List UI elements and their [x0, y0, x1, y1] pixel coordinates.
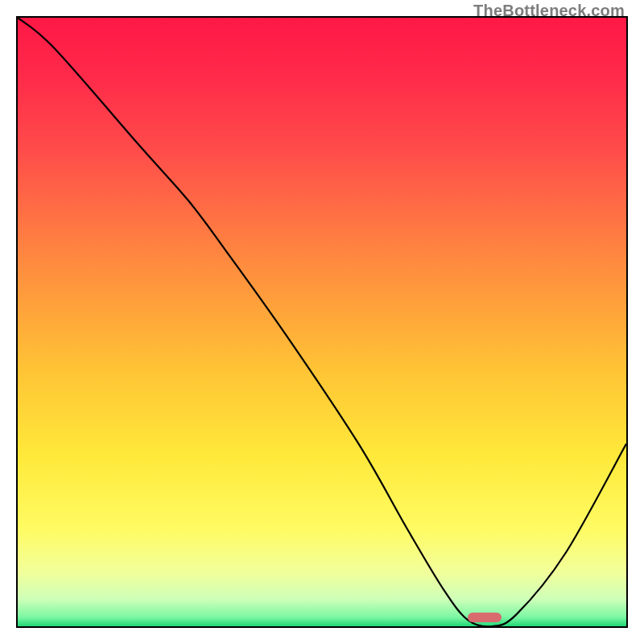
curve-path — [18, 18, 626, 626]
bottleneck-curve — [18, 18, 626, 626]
chart-root: TheBottleneck.com — [0, 0, 644, 644]
plot-area — [16, 16, 628, 628]
optimal-marker — [468, 613, 502, 622]
